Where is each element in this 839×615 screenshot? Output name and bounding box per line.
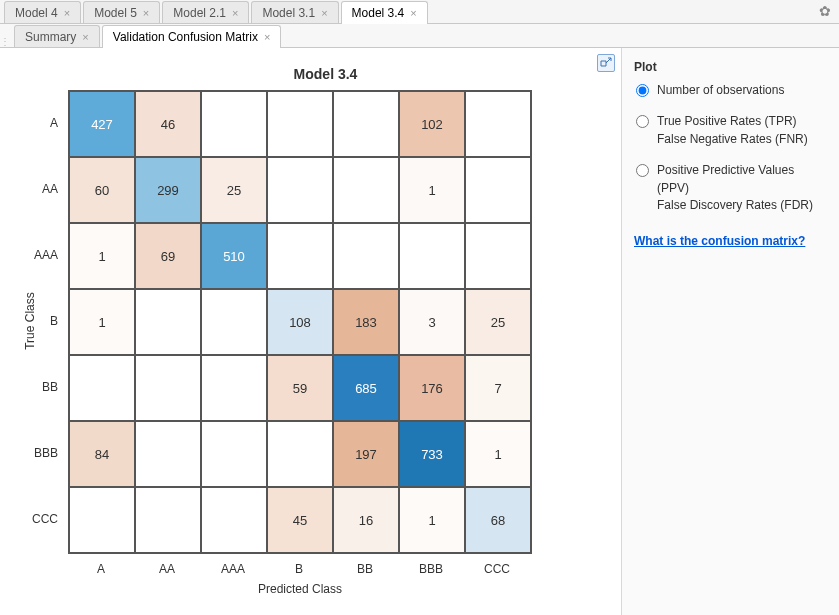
tab-label: Model 4 [15, 6, 58, 20]
matrix-cell [201, 487, 267, 553]
matrix-cell [267, 223, 333, 289]
matrix-cell: 45 [267, 487, 333, 553]
tab-label: Model 3.4 [352, 6, 405, 20]
matrix-cell [201, 355, 267, 421]
row-label: AAA [16, 222, 66, 288]
matrix-cell [399, 223, 465, 289]
matrix-cell: 1 [465, 421, 531, 487]
matrix-cell: 1 [69, 289, 135, 355]
radio-input[interactable] [636, 115, 649, 128]
tab-label: Validation Confusion Matrix [113, 30, 258, 44]
row-label: CCC [16, 486, 66, 552]
matrix-cell [135, 487, 201, 553]
matrix-cell: 102 [399, 91, 465, 157]
matrix-cell [465, 157, 531, 223]
close-icon[interactable]: × [143, 7, 149, 19]
help-link[interactable]: What is the confusion matrix? [634, 234, 805, 248]
matrix-cell [201, 91, 267, 157]
gear-icon[interactable]: ✿ [819, 3, 831, 19]
model-tab-4[interactable]: Model 3.4× [341, 1, 428, 24]
view-tabstrip: ⋮⋮ Summary× Validation Confusion Matrix× [0, 24, 839, 48]
radio-label: Number of observations [657, 82, 784, 99]
confusion-matrix-chart: True Class AAAAAABBBBBBCCC 4274610260299… [68, 90, 532, 596]
row-label: AA [16, 156, 66, 222]
close-icon[interactable]: × [82, 31, 88, 43]
panel-heading: Plot [634, 60, 827, 74]
model-tab-2[interactable]: Model 2.1× [162, 1, 249, 23]
matrix-cell [201, 289, 267, 355]
tab-label: Model 2.1 [173, 6, 226, 20]
col-label: CCC [464, 558, 530, 576]
matrix-cell [465, 223, 531, 289]
matrix-cell [333, 223, 399, 289]
plot-options-panel: Plot Number of observations True Positiv… [621, 48, 839, 615]
undock-icon[interactable] [597, 54, 615, 72]
col-label: B [266, 558, 332, 576]
row-label: B [16, 288, 66, 354]
close-icon[interactable]: × [264, 31, 270, 43]
close-icon[interactable]: × [410, 7, 416, 19]
matrix-cell: 69 [135, 223, 201, 289]
plot-option-observations[interactable]: Number of observations [634, 82, 827, 99]
matrix-cell: 1 [399, 487, 465, 553]
matrix-cell [201, 421, 267, 487]
matrix-cell [135, 289, 201, 355]
row-label: A [16, 90, 66, 156]
matrix-cell: 16 [333, 487, 399, 553]
matrix-cell: 108 [267, 289, 333, 355]
matrix-cell [135, 421, 201, 487]
close-icon[interactable]: × [64, 7, 70, 19]
tab-label: Summary [25, 30, 76, 44]
col-label: AAA [200, 558, 266, 576]
matrix-cell: 46 [135, 91, 201, 157]
tab-label: Model 5 [94, 6, 137, 20]
matrix-cell: 84 [69, 421, 135, 487]
model-tab-0[interactable]: Model 4× [4, 1, 81, 23]
tab-label: Model 3.1 [262, 6, 315, 20]
x-axis-label: Predicted Class [68, 582, 532, 596]
matrix-cell [267, 421, 333, 487]
close-icon[interactable]: × [232, 7, 238, 19]
matrix-cell [267, 157, 333, 223]
row-label: BBB [16, 420, 66, 486]
col-label: BB [332, 558, 398, 576]
content-area: Model 3.4 True Class AAAAAABBBBBBCCC 427… [0, 48, 839, 615]
matrix-cell: 1 [69, 223, 135, 289]
model-tab-1[interactable]: Model 5× [83, 1, 160, 23]
matrix-cell: 7 [465, 355, 531, 421]
matrix-cell [465, 91, 531, 157]
model-tab-3[interactable]: Model 3.1× [251, 1, 338, 23]
matrix-cell: 3 [399, 289, 465, 355]
matrix-cell [333, 157, 399, 223]
view-tab-confusion[interactable]: Validation Confusion Matrix× [102, 25, 282, 48]
plot-area: Model 3.4 True Class AAAAAABBBBBBCCC 427… [0, 48, 621, 615]
matrix-cell: 197 [333, 421, 399, 487]
chart-title: Model 3.4 [42, 66, 609, 82]
col-label: BBB [398, 558, 464, 576]
matrix-cell: 176 [399, 355, 465, 421]
matrix-cell: 68 [465, 487, 531, 553]
matrix-cell: 427 [69, 91, 135, 157]
matrix-cell [135, 355, 201, 421]
matrix-cell: 59 [267, 355, 333, 421]
matrix-cell: 60 [69, 157, 135, 223]
row-label: BB [16, 354, 66, 420]
matrix-cell [69, 355, 135, 421]
matrix-cell: 299 [135, 157, 201, 223]
plot-option-ppv-fdr[interactable]: Positive Predictive Values (PPV)False Di… [634, 162, 827, 214]
model-tabstrip: Model 4× Model 5× Model 2.1× Model 3.1× … [0, 0, 839, 24]
view-tab-summary[interactable]: Summary× [14, 25, 100, 47]
matrix-cell: 685 [333, 355, 399, 421]
matrix-cell: 25 [201, 157, 267, 223]
radio-label: True Positive Rates (TPR)False Negative … [657, 113, 808, 148]
col-label: AA [134, 558, 200, 576]
plot-option-tpr-fnr[interactable]: True Positive Rates (TPR)False Negative … [634, 113, 827, 148]
close-icon[interactable]: × [321, 7, 327, 19]
radio-input[interactable] [636, 84, 649, 97]
radio-label: Positive Predictive Values (PPV)False Di… [657, 162, 827, 214]
matrix-cell [69, 487, 135, 553]
radio-input[interactable] [636, 164, 649, 177]
matrix-cell [267, 91, 333, 157]
matrix-cell: 733 [399, 421, 465, 487]
matrix-cell: 510 [201, 223, 267, 289]
